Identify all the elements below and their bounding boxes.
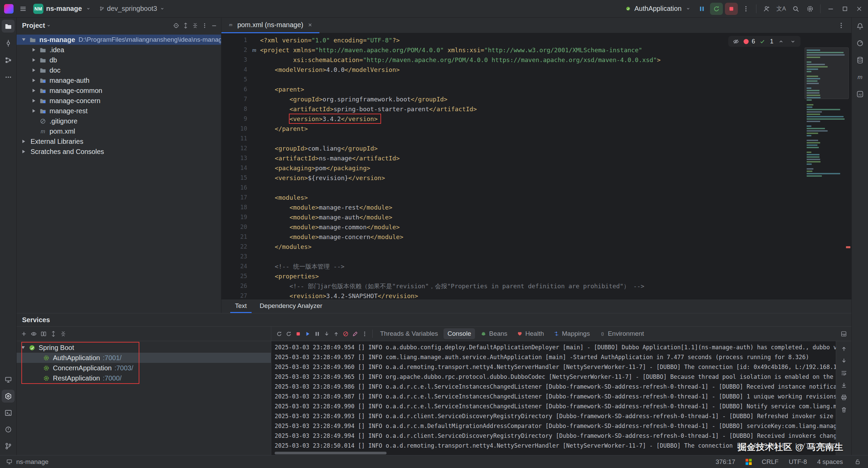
project-tree-item[interactable]: manage-common [17,85,221,96]
chevron-right-icon[interactable] [19,140,28,143]
chevron-down-icon[interactable] [19,346,27,349]
line-number[interactable]: 9 [221,114,247,124]
services-title[interactable]: Services [22,316,50,324]
chevron-right-icon[interactable] [29,69,38,72]
run-toolwindow-icon[interactable] [2,373,15,386]
project-tree-item[interactable]: manage-auth [17,75,221,85]
chevron-right-icon[interactable] [19,150,28,153]
problems-toolwindow-icon[interactable] [2,423,15,436]
print-icon[interactable] [839,392,849,403]
more-toolwindows-icon[interactable] [2,71,15,83]
inspections-widget[interactable]: 6 1 [728,36,801,47]
readonly-lock-icon[interactable] [853,457,862,466]
line-number[interactable]: 26 [221,281,247,291]
line-number[interactable]: 18 [221,202,247,212]
service-url[interactable]: :7000/ [103,374,122,382]
tab-text[interactable]: Text [230,299,252,313]
horizontal-scrollbar[interactable] [275,452,387,454]
chevron-down-icon[interactable] [19,38,28,41]
line-number[interactable]: 11 [221,134,247,143]
pause-icon[interactable] [313,329,321,338]
rerun-button[interactable] [710,3,723,15]
database-icon[interactable] [853,54,866,66]
line-number[interactable]: 17 [221,193,247,202]
line-number[interactable]: 27 [221,291,247,299]
line-number[interactable]: 12 [221,143,247,153]
line-number[interactable]: 14 [221,163,247,173]
project-tree-item[interactable]: ns-manageD:\ProgramFiles\maliangnansheng… [17,35,221,45]
project-tree-item[interactable]: manage-rest [17,106,221,116]
highlighting-level-icon[interactable] [732,37,741,46]
indent-style[interactable]: 4 spaces [817,458,843,466]
stop-button[interactable] [725,3,738,15]
collapse-all-icon[interactable] [191,21,199,30]
rerun-icon[interactable] [275,329,283,338]
line-number[interactable]: 1 [221,35,247,45]
console-tab-console[interactable]: Console [443,328,475,339]
project-tree-item[interactable]: External Libraries [17,136,221,147]
commit-toolwindow-icon[interactable] [2,37,15,50]
soft-wrap-icon[interactable] [839,368,849,378]
project-tree-item[interactable]: manage-concern [17,96,221,106]
expand-all-icon[interactable] [181,21,190,30]
line-number[interactable]: 10 [221,124,247,134]
line-number[interactable]: 15 [221,173,247,183]
ime-indicator-icon[interactable] [746,459,752,465]
line-number[interactable]: 7 [221,94,247,104]
chevron-right-icon[interactable] [29,99,38,102]
add-service-icon[interactable] [19,329,28,338]
group-by-icon[interactable] [39,329,48,338]
service-url[interactable]: :7001/ [103,354,122,362]
project-panel-title[interactable]: Project [22,22,45,30]
service-url[interactable]: :7003/ [114,364,133,372]
stop-icon[interactable] [294,329,302,338]
project-selector[interactable]: NM ns-manage [31,3,94,15]
prev-problem-icon[interactable] [776,37,785,46]
scroll-down-icon[interactable] [839,355,849,366]
project-toolwindow-icon[interactable] [2,20,15,33]
main-menu-icon[interactable] [17,3,29,15]
line-number[interactable]: 6 [221,84,247,94]
expand-all-icon[interactable] [49,329,58,338]
line-number[interactable]: 21 [221,232,247,242]
line-number[interactable]: 25 [221,271,247,281]
minimize-icon[interactable] [825,3,837,15]
console-tab-beans[interactable]: Beans [476,328,511,339]
next-problem-icon[interactable] [788,37,797,46]
refresh-icon[interactable] [284,329,293,338]
notifications-icon[interactable] [853,20,866,33]
project-tree-item[interactable]: Scratches and Consoles [17,147,221,157]
service-item[interactable]: ConcernApplication:7003/ [17,363,271,373]
select-opened-file-icon[interactable] [172,21,180,30]
line-number[interactable]: 19 [221,212,247,222]
more-actions-icon[interactable] [740,3,752,15]
service-item[interactable]: RestApplication:7000/ [17,373,271,383]
line-number[interactable]: 3 [221,55,247,65]
maven-icon[interactable]: m [853,71,866,83]
line-number[interactable]: 5 [221,75,247,84]
error-stripe-mark[interactable] [846,246,850,248]
scroll-to-end-icon[interactable] [839,380,849,391]
scroll-up-icon[interactable] [839,343,849,354]
line-number[interactable]: 8 [221,104,247,114]
step-out-icon[interactable] [332,329,340,338]
restore-layout-icon[interactable] [839,329,848,338]
structure-toolwindow-icon[interactable] [2,54,15,66]
console-tab-threads-variables[interactable]: Threads & Variables [376,328,442,339]
chevron-right-icon[interactable] [29,58,38,62]
console-logs[interactable]: 2025-03-03 23:28:49.954 [] INFO o.a.dubb… [271,341,836,455]
vcs-widget[interactable]: dev_springboot3 [96,4,168,14]
chevron-down-icon[interactable] [45,22,53,29]
line-number[interactable]: 4 [221,65,247,75]
run-configuration-widget[interactable]: AuthApplication [622,4,694,14]
services-toolwindow-icon[interactable] [2,390,15,403]
chevron-right-icon[interactable] [29,48,38,52]
translate-icon[interactable]: 文A [775,5,788,13]
hide-panel-icon[interactable] [210,21,218,30]
view-options-icon[interactable] [29,329,38,338]
pause-program-icon[interactable] [696,3,708,15]
chevron-right-icon[interactable] [29,109,38,113]
minimap-viewport[interactable] [805,47,849,99]
version-control-toolwindow-icon[interactable] [2,440,15,452]
close-icon[interactable] [853,3,865,15]
